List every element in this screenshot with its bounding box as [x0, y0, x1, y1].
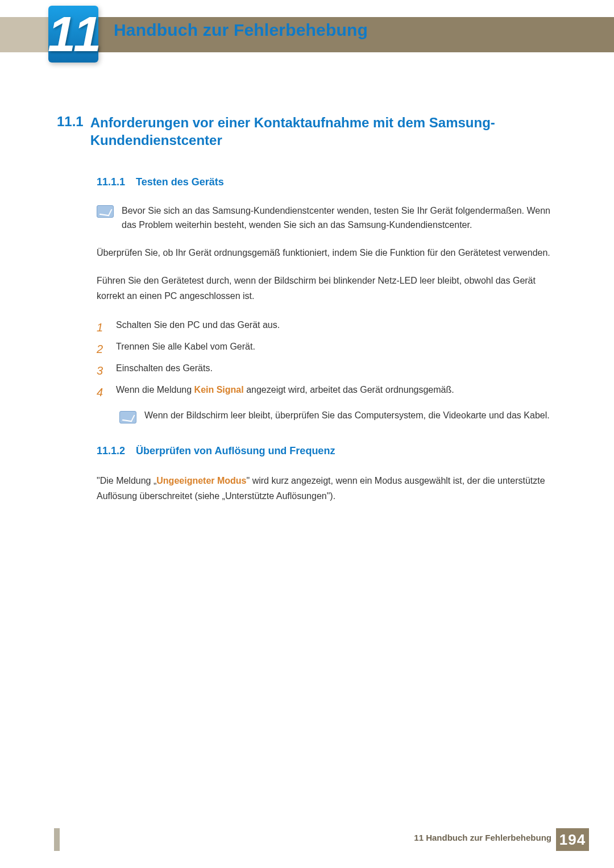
- step-item: 2 Trennen Sie alle Kabel vom Gerät.: [97, 338, 557, 360]
- step-text: Schalten Sie den PC und das Gerät aus.: [116, 317, 280, 338]
- step-number: 3: [97, 360, 108, 381]
- step-number: 2: [97, 338, 108, 360]
- note-icon: [97, 205, 114, 218]
- step-note-block: Wenn der Bildschirm leer bleibt, überprü…: [119, 409, 557, 423]
- section-heading: 11.1 Anforderungen vor einer Kontaktaufn…: [57, 114, 557, 149]
- note-text: Bevor Sie sich an das Samsung-Kundendien…: [122, 204, 557, 232]
- section-number: 11.1: [57, 114, 84, 149]
- step-number: 4: [97, 381, 108, 403]
- chapter-title: Handbuch zur Fehlerbehebung: [114, 20, 368, 40]
- ordered-steps: 1 Schalten Sie den PC und das Gerät aus.…: [97, 317, 557, 423]
- step-text-pre: Wenn die Meldung: [116, 385, 194, 394]
- chapter-number: 11: [48, 11, 99, 56]
- note-icon: [119, 411, 136, 423]
- note-block: Bevor Sie sich an das Samsung-Kundendien…: [97, 204, 557, 232]
- step-text: Wenn die Meldung Kein Signal angezeigt w…: [116, 381, 454, 403]
- subsection-1-title: Testen des Geräts: [136, 176, 224, 188]
- step-item: 4 Wenn die Meldung Kein Signal angezeigt…: [97, 381, 557, 403]
- step-item: 3 Einschalten des Geräts.: [97, 360, 557, 381]
- section-title: Anforderungen vor einer Kontaktaufnahme …: [90, 114, 557, 149]
- footer-accent: [54, 828, 60, 851]
- subsection-2-number: 11.1.2: [97, 445, 125, 456]
- page-footer: 11 Handbuch zur Fehlerbehebung 194: [0, 828, 614, 851]
- subsection-1-heading: 11.1.1 Testen des Geräts: [97, 176, 557, 188]
- step-number: 1: [97, 317, 108, 338]
- step-text: Einschalten des Geräts.: [116, 360, 213, 381]
- page: 11 Handbuch zur Fehlerbehebung 11.1 Anfo…: [0, 0, 614, 868]
- subsection-2-heading: 11.1.2 Überprüfen von Auflösung und Freq…: [97, 445, 557, 457]
- chapter-badge: 11: [48, 6, 98, 63]
- paragraph: Führen Sie den Gerätetest durch, wenn de…: [97, 273, 557, 304]
- footer-page-number: 194: [556, 828, 589, 851]
- step-text-post: angezeigt wird, arbeitet das Gerät ordnu…: [244, 385, 454, 394]
- subsection-2-title: Überprüfen von Auflösung und Frequenz: [136, 445, 335, 456]
- highlight-text: Ungeeigneter Modus: [156, 476, 246, 485]
- para-pre: "Die Meldung „: [97, 476, 156, 485]
- paragraph: "Die Meldung „Ungeeigneter Modus" wird k…: [97, 473, 557, 504]
- highlight-text: Kein Signal: [194, 385, 244, 394]
- step-item: 1 Schalten Sie den PC und das Gerät aus.: [97, 317, 557, 338]
- paragraph: Überprüfen Sie, ob Ihr Gerät ordnungsgem…: [97, 245, 557, 260]
- subsection-1-number: 11.1.1: [97, 176, 125, 188]
- content-area: 11.1 Anforderungen vor einer Kontaktaufn…: [57, 114, 557, 516]
- footer-text: 11 Handbuch zur Fehlerbehebung: [414, 833, 551, 842]
- note-text: Wenn der Bildschirm leer bleibt, überprü…: [144, 409, 550, 423]
- step-text: Trennen Sie alle Kabel vom Gerät.: [116, 338, 255, 360]
